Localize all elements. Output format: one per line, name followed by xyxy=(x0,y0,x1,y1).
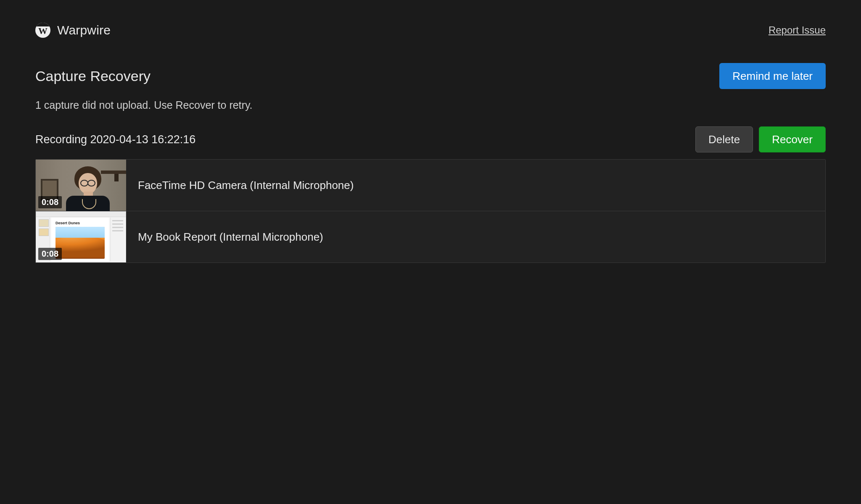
top-bar: W Warpwire Report Issue xyxy=(35,23,826,38)
recover-button[interactable]: Recover xyxy=(759,126,826,152)
recording-actions: Delete Recover xyxy=(695,126,826,152)
app-toolbar-icon xyxy=(36,212,126,217)
doc-title: Desert Dunes xyxy=(55,221,80,225)
brand: W Warpwire xyxy=(35,23,111,38)
duration-badge: 0:08 xyxy=(38,248,62,260)
brand-logo-icon: W xyxy=(35,23,50,38)
report-issue-link[interactable]: Report Issue xyxy=(769,24,826,36)
desert-photo-icon xyxy=(55,227,105,259)
delete-button[interactable]: Delete xyxy=(695,126,753,152)
source-label: My Book Report (Internal Microphone) xyxy=(126,211,323,262)
source-list: 0:08 FaceTime HD Camera (Internal Microp… xyxy=(35,159,826,263)
brand-name: Warpwire xyxy=(57,23,111,37)
recording-title: Recording 2020-04-13 16:22:16 xyxy=(35,133,195,146)
recording-header: Recording 2020-04-13 16:22:16 Delete Rec… xyxy=(35,126,826,152)
source-thumbnail: 0:08 xyxy=(36,160,126,211)
title-row: Capture Recovery Remind me later xyxy=(35,63,826,89)
source-thumbnail: Desert Dunes 0:08 xyxy=(36,211,126,262)
brand-logo-letter: W xyxy=(38,26,48,36)
page-subtext: 1 capture did not upload. Use Recover to… xyxy=(35,99,826,111)
source-row: 0:08 FaceTime HD Camera (Internal Microp… xyxy=(36,160,825,211)
page-title: Capture Recovery xyxy=(35,68,151,84)
app-root: W Warpwire Report Issue Capture Recovery… xyxy=(0,0,861,504)
glasses-icon xyxy=(80,180,95,185)
duration-badge: 0:08 xyxy=(38,196,62,208)
person-icon xyxy=(62,164,112,211)
remind-me-later-button[interactable]: Remind me later xyxy=(719,63,826,89)
inspector-panel-icon xyxy=(110,218,125,261)
source-label: FaceTime HD Camera (Internal Microphone) xyxy=(126,160,354,211)
source-row: Desert Dunes 0:08 My Book Report (Intern… xyxy=(36,211,825,262)
